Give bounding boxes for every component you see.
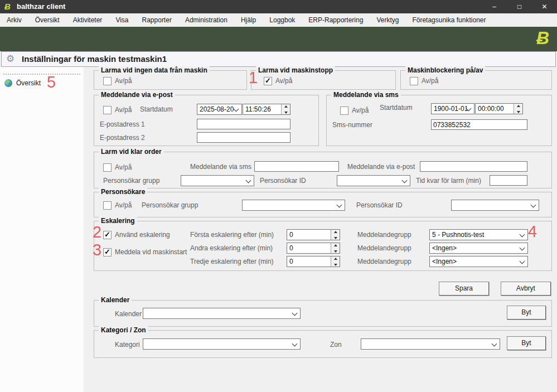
down-arrow-icon[interactable] (331, 248, 340, 253)
menu-item-oversikt[interactable]: Översikt (28, 13, 66, 27)
menu-item-loggbok[interactable]: Loggbok (263, 13, 302, 27)
group-order-done-alarm: Larm vid klar order Av/på Meddelande via… (94, 152, 552, 188)
page-title: Inställningar för maskin testmaskin1 (22, 54, 167, 64)
checkbox-label: Av/på (352, 107, 369, 114)
spinner-buttons[interactable] (331, 243, 340, 253)
sms-starttime-value: 00:00:00 (478, 105, 504, 113)
email-starttime-spinner[interactable]: 11:50:26 (243, 104, 290, 115)
order-pager-id-select[interactable] (337, 175, 410, 186)
up-arrow-icon[interactable] (331, 230, 340, 235)
menu-item-visa[interactable]: Visa (109, 13, 135, 27)
chevron-down-icon (292, 311, 298, 316)
escalation1-minutes-value: 0 (289, 231, 293, 239)
sms-onoff-checkbox[interactable] (340, 107, 348, 115)
menu-item-rapporter[interactable]: Rapporter (135, 13, 178, 27)
menu-item-administration[interactable]: Administration (178, 13, 234, 27)
menu-item-verktyg[interactable]: Verktyg (370, 13, 405, 27)
spinner-buttons[interactable] (514, 104, 522, 114)
brand-banner: Ƀ (0, 27, 557, 51)
sidebar-item-oversikt[interactable]: Översikt (4, 78, 41, 88)
escalation1-minutes-spinner[interactable]: 0 (287, 229, 340, 240)
escalation3-minutes-spinner[interactable]: 0 (287, 256, 340, 267)
down-arrow-icon[interactable] (331, 262, 340, 267)
sms-number-input[interactable] (431, 119, 527, 130)
messagegroup3-value: <Ingen> (432, 258, 457, 265)
notify-machine-start-checkbox[interactable] (103, 248, 112, 257)
menu-item-foretagsunika-funktioner[interactable]: Företagsunika funktioner (405, 13, 492, 27)
up-arrow-icon[interactable] (282, 104, 290, 109)
machine-stop-onoff-checkbox[interactable] (264, 77, 272, 85)
sidebar-separator (3, 74, 80, 75)
email-onoff-checkbox[interactable] (103, 106, 112, 114)
spinner-buttons[interactable] (281, 104, 290, 114)
menu-item-aktiviteter[interactable]: Aktiviteter (66, 13, 109, 27)
minimize-button[interactable]: – (482, 0, 507, 13)
pager-id-select[interactable] (451, 200, 539, 211)
messagegroup3-select[interactable]: <Ingen> (429, 256, 528, 267)
pager-group-select[interactable] (242, 200, 345, 211)
no-data-onoff-checkbox[interactable] (103, 77, 112, 85)
checkbox-label: Av/på (115, 201, 132, 209)
calendar-change-button[interactable]: Byt (507, 306, 546, 320)
calendar-select[interactable] (143, 308, 301, 319)
group-title: Kalender (99, 296, 132, 304)
category-select[interactable] (143, 338, 301, 350)
group-no-data-alarm: Larma vid ingen data från maskin Av/på (94, 70, 247, 90)
spinner-buttons[interactable] (331, 257, 340, 267)
time-left-input[interactable] (490, 175, 527, 186)
up-arrow-icon[interactable] (514, 104, 522, 109)
escalation2-minutes-value: 0 (289, 244, 293, 252)
order-sms-input[interactable] (254, 161, 339, 172)
save-button[interactable]: Spara (439, 282, 489, 296)
group-title: Meddelande via sms (331, 91, 401, 99)
group-title: Larm vid klar order (99, 148, 164, 156)
sidebar: Översikt (0, 67, 84, 392)
pager-group-label: Personsökar grupp (103, 177, 159, 185)
close-button[interactable]: ✕ (532, 0, 557, 13)
down-arrow-icon[interactable] (282, 109, 290, 114)
annotation-2: 2 (93, 224, 101, 240)
spinner-buttons[interactable] (331, 230, 340, 240)
group-title: Eskalering (99, 217, 137, 225)
time-left-label: Tid kvar för larm (min) (416, 177, 481, 185)
sms-startdate-picker[interactable]: 1900-01-01 (431, 103, 474, 114)
email-address2-input[interactable] (197, 132, 290, 143)
category-label: Kategori (115, 341, 140, 349)
maximize-button[interactable]: □ (507, 0, 532, 13)
app-logo-icon: Ƀ (4, 2, 11, 11)
up-arrow-icon[interactable] (331, 257, 340, 262)
sms-starttime-spinner[interactable]: 00:00:00 (475, 103, 523, 114)
escalation2-minutes-spinner[interactable]: 0 (287, 243, 340, 254)
group-title: Larma vid maskinstopp (256, 66, 335, 74)
pager-onoff-checkbox[interactable] (103, 201, 112, 210)
down-arrow-icon[interactable] (331, 235, 340, 240)
messagegroup1-select[interactable]: 5 - Pushnotis-test (429, 229, 528, 240)
order-email-label: Meddelande via e-post (347, 163, 415, 171)
order-pager-group-select[interactable] (181, 175, 254, 186)
sms-number-label: Sms-nummer (332, 121, 372, 129)
group-title: Maskinblockering på/av (405, 66, 485, 74)
email-startdate-picker[interactable]: 2025-08-20 (197, 104, 242, 115)
use-escalation-checkbox[interactable] (103, 231, 112, 239)
zone-select[interactable] (361, 338, 500, 350)
messagegroup3-label: Meddelandegrupp (357, 258, 411, 265)
window-title: balthzar client (17, 2, 65, 11)
group-title: Larma vid ingen data från maskin (99, 66, 210, 74)
menu-item-erp-rapportering[interactable]: ERP-Rapportering (302, 13, 370, 27)
messagegroup2-select[interactable]: <Ingen> (429, 243, 528, 254)
menu-item-arkiv[interactable]: Arkiv (0, 13, 28, 27)
zone-change-button[interactable]: Byt (507, 336, 546, 350)
startdate-label: Startdatum (140, 105, 173, 113)
chevron-down-icon (292, 341, 298, 347)
brand-logo-icon: Ƀ (536, 28, 549, 49)
chevron-down-icon (337, 202, 342, 208)
cancel-button[interactable]: Avbryt (501, 282, 551, 296)
email-address1-input[interactable] (197, 119, 290, 129)
menu-item-hjalp[interactable]: Hjälp (234, 13, 263, 27)
order-email-input[interactable] (420, 161, 527, 172)
order-done-onoff-checkbox[interactable] (103, 163, 112, 172)
down-arrow-icon[interactable] (514, 109, 522, 114)
machine-block-onoff-checkbox[interactable] (410, 77, 418, 85)
pager-group-label: Personsökar grupp (142, 201, 198, 209)
up-arrow-icon[interactable] (331, 243, 340, 248)
